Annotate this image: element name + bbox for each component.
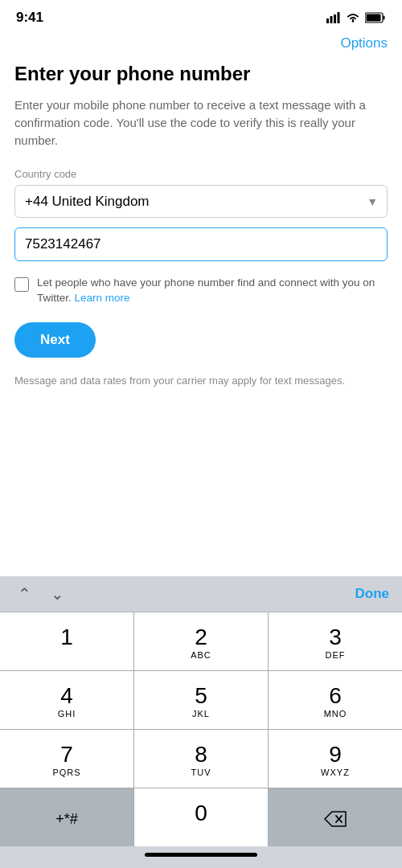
- phone-input[interactable]: [14, 227, 388, 261]
- key-7[interactable]: 7 PQRS: [0, 730, 133, 788]
- learn-more-link[interactable]: Learn more: [75, 292, 130, 304]
- status-time: 9:41: [16, 10, 43, 26]
- find-me-checkbox[interactable]: [14, 277, 29, 292]
- numpad: 1 2 ABC 3 DEF 4 GHI 5 JKL 6 MNO 7 PQRS: [0, 612, 402, 846]
- country-code-label: Country code: [14, 168, 388, 180]
- key-6[interactable]: 6 MNO: [269, 671, 402, 729]
- svg-rect-6: [384, 16, 385, 20]
- key-4[interactable]: 4 GHI: [0, 671, 133, 729]
- country-select[interactable]: +44 United Kingdom +1 United States +33 …: [14, 185, 388, 218]
- delete-icon: [323, 810, 347, 828]
- key-delete[interactable]: [269, 788, 402, 846]
- description-text: Enter your mobile phone number to receiv…: [14, 96, 388, 149]
- checkbox-label: Let people who have your phone number fi…: [37, 276, 388, 306]
- keyboard-toolbar: ⌃ ⌄ Done: [0, 576, 402, 612]
- page-title: Enter your phone number: [14, 63, 388, 85]
- key-5[interactable]: 5 JKL: [134, 671, 268, 729]
- disclaimer-text: Message and data rates from your carrier…: [14, 374, 388, 388]
- signal-icon: [326, 12, 341, 23]
- header: Options: [0, 32, 402, 51]
- status-icons: [326, 12, 386, 23]
- svg-rect-0: [326, 18, 329, 23]
- key-symbols[interactable]: +*#: [0, 788, 133, 846]
- toolbar-nav: ⌃ ⌄: [13, 583, 69, 605]
- home-bar: [145, 853, 257, 857]
- svg-rect-1: [330, 16, 333, 23]
- prev-field-button[interactable]: ⌃: [13, 583, 36, 605]
- key-3[interactable]: 3 DEF: [269, 612, 402, 670]
- status-bar: 9:41: [0, 0, 402, 32]
- key-9[interactable]: 9 WXYZ: [269, 730, 402, 788]
- options-button[interactable]: Options: [340, 35, 388, 51]
- next-button[interactable]: Next: [14, 322, 96, 358]
- svg-point-4: [352, 20, 355, 23]
- key-0[interactable]: 0: [134, 788, 268, 846]
- keyboard-area: ⌃ ⌄ Done 1 2 ABC 3 DEF 4 GHI 5 JKL 6 M: [0, 576, 402, 868]
- key-1[interactable]: 1: [0, 612, 133, 670]
- home-indicator: [0, 846, 402, 868]
- battery-icon: [365, 12, 386, 23]
- done-button[interactable]: Done: [355, 586, 390, 602]
- svg-rect-3: [338, 12, 340, 23]
- checkbox-row: Let people who have your phone number fi…: [14, 276, 388, 306]
- main-content: Enter your phone number Enter your mobil…: [0, 51, 402, 388]
- country-select-wrapper[interactable]: +44 United Kingdom +1 United States +33 …: [14, 185, 388, 218]
- key-8[interactable]: 8 TUV: [134, 730, 268, 788]
- next-field-button[interactable]: ⌄: [46, 583, 69, 605]
- key-2[interactable]: 2 ABC: [134, 612, 268, 670]
- svg-rect-7: [367, 14, 381, 22]
- wifi-icon: [346, 12, 360, 23]
- svg-rect-2: [334, 14, 336, 23]
